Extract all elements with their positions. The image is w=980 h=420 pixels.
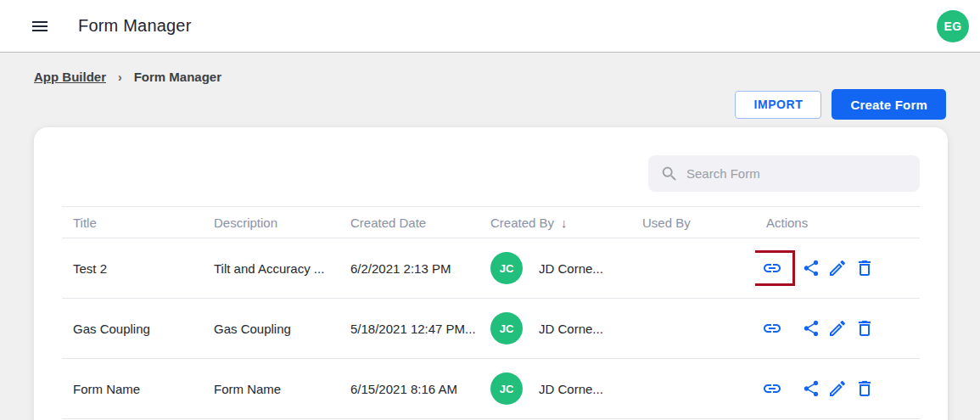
highlight-annotation-box xyxy=(755,250,795,286)
cell-created-date: 6/2/2021 2:13 PM xyxy=(339,261,479,276)
column-header-used-by[interactable]: Used By xyxy=(631,216,755,230)
form-list-card: Title Description Created Date Created B… xyxy=(34,127,948,420)
cell-description: Gas Coupling xyxy=(203,322,339,336)
cell-actions xyxy=(755,371,920,406)
column-header-description[interactable]: Description xyxy=(203,216,339,230)
create-form-button[interactable]: Create Form xyxy=(832,89,946,120)
link-action-slot xyxy=(755,371,795,406)
link-action-icon[interactable] xyxy=(762,378,782,399)
cell-description: Tilt and Accuracy ... xyxy=(203,261,339,276)
edit-action-icon[interactable] xyxy=(827,258,848,278)
delete-action-icon[interactable] xyxy=(854,378,875,399)
table-row[interactable]: Gas Coupling Gas Coupling 5/18/2021 12:4… xyxy=(62,299,920,359)
delete-action-icon[interactable] xyxy=(854,258,875,278)
table-header-row: Title Description Created Date Created B… xyxy=(62,206,920,238)
search-row xyxy=(62,155,920,192)
delete-action-icon[interactable] xyxy=(854,318,875,339)
cell-created-date: 6/15/2021 8:16 AM xyxy=(339,382,479,396)
cell-created-date: 5/18/2021 12:47 PM... xyxy=(339,322,479,336)
link-action-icon[interactable] xyxy=(762,258,782,278)
cell-created-by: JC JD Corne... xyxy=(479,312,631,344)
cell-created-by: JC JD Corne... xyxy=(479,252,631,284)
share-action-icon[interactable] xyxy=(802,379,820,398)
app-bar: Form Manager EG xyxy=(0,0,980,53)
share-action-icon[interactable] xyxy=(802,259,820,277)
breadcrumb-app-builder-link[interactable]: App Builder xyxy=(34,70,106,84)
forms-table: Title Description Created Date Created B… xyxy=(62,206,920,419)
creator-avatar: JC xyxy=(490,372,523,405)
cell-actions xyxy=(755,311,920,346)
cell-actions xyxy=(755,250,920,286)
page-title: Form Manager xyxy=(78,16,192,36)
cell-title: Form Name xyxy=(62,382,203,396)
table-row[interactable]: Form Name Form Name 6/15/2021 8:16 AM JC… xyxy=(62,359,920,419)
column-header-created-by[interactable]: Created By ↓ xyxy=(479,216,631,230)
breadcrumb: App Builder › Form Manager xyxy=(0,53,980,84)
cell-title: Gas Coupling xyxy=(62,322,203,336)
cell-description: Form Name xyxy=(203,382,339,396)
column-header-created-date[interactable]: Created Date xyxy=(339,216,479,230)
column-header-title[interactable]: Title xyxy=(62,216,203,230)
toolbar: IMPORT Create Form xyxy=(0,89,980,120)
chevron-right-icon: › xyxy=(118,70,122,84)
edit-action-icon[interactable] xyxy=(827,318,848,339)
search-input[interactable] xyxy=(686,166,908,181)
cell-created-by: JC JD Corne... xyxy=(479,372,631,405)
search-icon xyxy=(660,165,679,183)
table-row[interactable]: Test 2 Tilt and Accuracy ... 6/2/2021 2:… xyxy=(62,238,920,299)
creator-name: JD Corne... xyxy=(539,261,603,276)
link-action-slot xyxy=(755,311,795,346)
column-header-actions: Actions xyxy=(755,216,920,230)
import-button[interactable]: IMPORT xyxy=(735,91,821,119)
creator-avatar: JC xyxy=(490,312,523,344)
breadcrumb-current: Form Manager xyxy=(134,70,221,84)
edit-action-icon[interactable] xyxy=(827,378,848,399)
cell-title: Test 2 xyxy=(62,261,203,276)
creator-avatar: JC xyxy=(490,252,523,284)
link-action-icon[interactable] xyxy=(762,318,782,339)
hamburger-menu-icon[interactable] xyxy=(29,15,51,37)
sort-descending-icon[interactable]: ↓ xyxy=(561,216,568,230)
user-avatar[interactable]: EG xyxy=(937,10,969,42)
creator-name: JD Corne... xyxy=(539,382,603,396)
creator-name: JD Corne... xyxy=(539,322,603,336)
share-action-icon[interactable] xyxy=(802,319,820,338)
search-box xyxy=(648,155,920,192)
